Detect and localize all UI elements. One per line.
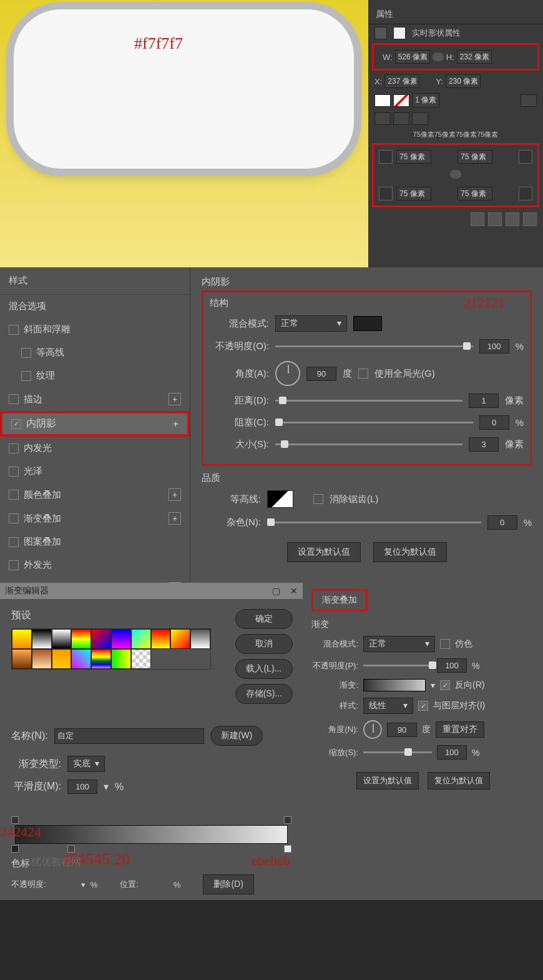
- y-input[interactable]: [446, 74, 481, 88]
- go-scale-input[interactable]: [437, 745, 467, 760]
- style-outer-glow[interactable]: 外发光: [0, 553, 190, 577]
- path-op-4[interactable]: [523, 212, 537, 226]
- size-input[interactable]: [469, 437, 499, 452]
- go-opacity-input[interactable]: [437, 658, 467, 673]
- opacity-stop[interactable]: [11, 816, 19, 824]
- checkbox[interactable]: [21, 348, 31, 358]
- corner-br-icon[interactable]: [519, 187, 532, 200]
- cancel-button[interactable]: 取消: [235, 634, 293, 654]
- path-op-1[interactable]: [471, 212, 484, 226]
- style-satin[interactable]: 光泽: [0, 460, 190, 483]
- go-blend-select[interactable]: 正常▾: [363, 636, 435, 652]
- preset-swatch[interactable]: [91, 629, 111, 649]
- style-color-overlay[interactable]: 颜色叠加+: [0, 483, 190, 507]
- go-scale-slider[interactable]: [363, 751, 432, 753]
- style-stroke[interactable]: 描边+: [0, 387, 190, 411]
- gradient-bar[interactable]: [15, 825, 288, 844]
- dither-checkbox[interactable]: [440, 639, 450, 649]
- noise-slider[interactable]: [267, 522, 481, 523]
- blend-mode-select[interactable]: 正常▾: [275, 315, 347, 332]
- reset-align-button[interactable]: 重置对齐: [436, 721, 484, 738]
- save-button[interactable]: 存储(S)...: [235, 684, 293, 704]
- add-icon[interactable]: +: [169, 488, 181, 501]
- distance-input[interactable]: [469, 393, 499, 408]
- minimize-icon[interactable]: ▢: [272, 586, 280, 596]
- style-texture[interactable]: 纹理: [0, 364, 190, 387]
- align-checkbox[interactable]: ✓: [418, 701, 428, 711]
- add-icon[interactable]: +: [173, 418, 179, 430]
- height-input[interactable]: [457, 50, 492, 64]
- style-pattern-overlay[interactable]: 图案叠加: [0, 530, 190, 553]
- corner-br-input[interactable]: [457, 187, 492, 200]
- preset-swatch[interactable]: [52, 649, 72, 669]
- corner-bl-icon[interactable]: [379, 187, 393, 200]
- load-button[interactable]: 载入(L)...: [235, 659, 293, 679]
- preset-swatch[interactable]: [32, 649, 52, 669]
- width-input[interactable]: [395, 50, 430, 64]
- opacity-input[interactable]: [479, 339, 509, 354]
- preset-swatch[interactable]: [32, 629, 52, 649]
- color-stop[interactable]: [284, 845, 291, 853]
- style-inner-glow[interactable]: 内发光: [0, 437, 190, 460]
- ok-button[interactable]: 确定: [235, 609, 293, 629]
- link-wh-icon[interactable]: [433, 52, 444, 61]
- corner-tl-icon[interactable]: [379, 150, 393, 164]
- checkbox[interactable]: [9, 537, 19, 547]
- join-type[interactable]: [412, 112, 428, 125]
- go-opacity-slider[interactable]: [363, 665, 432, 666]
- color-stop[interactable]: [11, 845, 19, 853]
- align-stroke[interactable]: [374, 112, 391, 125]
- size-slider[interactable]: [275, 443, 462, 445]
- preset-swatch[interactable]: [111, 629, 131, 649]
- preset-swatch[interactable]: [170, 629, 190, 649]
- choke-slider[interactable]: [275, 422, 473, 423]
- reverse-checkbox[interactable]: ✓: [440, 680, 450, 690]
- checkbox[interactable]: [9, 325, 19, 335]
- path-op-2[interactable]: [488, 212, 502, 226]
- shadow-color-swatch[interactable]: [353, 316, 382, 331]
- checkbox[interactable]: [9, 513, 19, 523]
- style-inner-shadow-highlight[interactable]: ✓内阴影+: [0, 411, 190, 437]
- noise-input[interactable]: [487, 515, 517, 530]
- smoothness-input[interactable]: [67, 780, 97, 794]
- gradient-type-select[interactable]: 实底▾: [67, 756, 105, 772]
- preset-swatch[interactable]: [12, 629, 32, 649]
- delete-stop-button[interactable]: 删除(D): [203, 874, 253, 894]
- corner-bl-input[interactable]: [396, 187, 431, 200]
- antialias-checkbox[interactable]: [313, 494, 323, 504]
- distance-slider[interactable]: [275, 400, 462, 402]
- choke-input[interactable]: [479, 415, 509, 430]
- preset-swatch[interactable]: [111, 649, 131, 669]
- name-input[interactable]: [54, 728, 204, 744]
- blending-options[interactable]: 混合选项: [0, 295, 190, 318]
- preset-swatch[interactable]: [131, 629, 151, 649]
- go-reset-default-button[interactable]: 复位为默认值: [428, 772, 490, 789]
- angle-dial[interactable]: [275, 361, 300, 386]
- cap-type[interactable]: [393, 112, 409, 125]
- style-contour[interactable]: 等高线: [0, 341, 190, 364]
- fill-swatch[interactable]: [374, 94, 391, 107]
- stroke-swatch[interactable]: [393, 94, 409, 107]
- corner-tl-input[interactable]: [396, 150, 431, 164]
- go-angle-dial[interactable]: [363, 720, 382, 739]
- go-angle-input[interactable]: [387, 723, 417, 737]
- contour-swatch[interactable]: [267, 490, 293, 508]
- preset-swatch[interactable]: [52, 629, 72, 649]
- checkbox[interactable]: [9, 467, 19, 477]
- checkbox[interactable]: [9, 394, 19, 404]
- checkbox[interactable]: [21, 371, 31, 381]
- stroke-style[interactable]: [521, 94, 537, 107]
- properties-tab[interactable]: 属性: [368, 5, 543, 24]
- new-button[interactable]: 新建(W): [210, 726, 263, 746]
- go-set-default-button[interactable]: 设置为默认值: [356, 772, 419, 789]
- close-icon[interactable]: ✕: [290, 586, 298, 596]
- stroke-width-select[interactable]: 1 像素: [412, 93, 439, 107]
- checkbox-on[interactable]: ✓: [11, 419, 21, 429]
- add-icon[interactable]: +: [169, 393, 181, 405]
- preset-swatch[interactable]: [12, 649, 32, 669]
- path-op-3[interactable]: [506, 212, 519, 226]
- go-gradient-swatch[interactable]: [363, 679, 426, 691]
- preset-swatch[interactable]: [131, 649, 151, 669]
- style-gradient-overlay[interactable]: 渐变叠加+: [0, 507, 190, 530]
- opacity-stop[interactable]: [284, 816, 291, 824]
